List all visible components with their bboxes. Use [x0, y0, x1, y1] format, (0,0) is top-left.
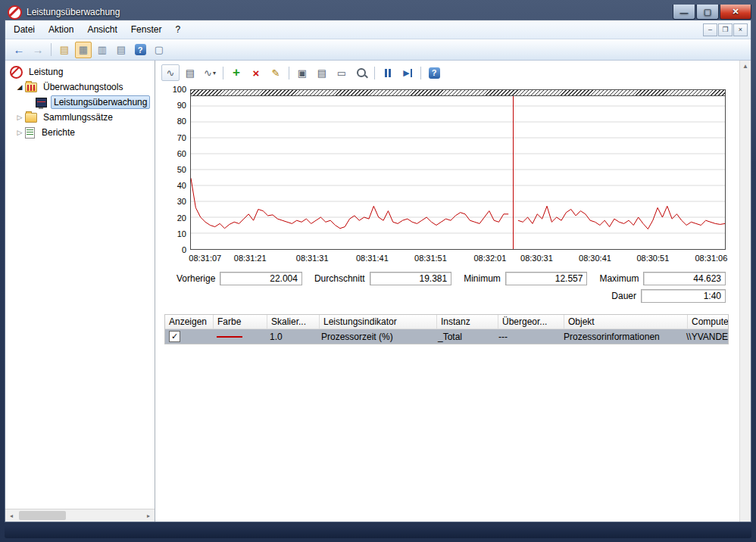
tree-collapsed-icon[interactable]: ▷ — [14, 114, 25, 121]
menu-hilfe[interactable]: ? — [168, 22, 187, 37]
add-counter-button[interactable]: + — [227, 64, 245, 81]
child-restore-button[interactable]: ❐ — [718, 23, 733, 36]
previous-value: 22.004 — [220, 272, 302, 285]
tree-item-leistung[interactable]: Leistung — [5, 64, 155, 79]
tree-item-ueberwachungstools[interactable]: ◢ Überwachungstools — [5, 79, 155, 95]
y-tick-label: 70 — [177, 133, 186, 142]
tree-collapsed-icon[interactable]: ▷ — [14, 129, 25, 136]
change-graph-type-button[interactable]: ∿▾ — [201, 64, 219, 81]
chart-plot-area[interactable] — [190, 89, 726, 250]
reports-icon — [25, 127, 35, 139]
highlight-button[interactable]: ✎ — [267, 64, 285, 81]
x-tick-label: 08:31:51 — [414, 254, 447, 263]
child-minimize-button[interactable]: – — [703, 23, 717, 36]
tree-horizontal-scrollbar[interactable]: ◂ ▸ — [5, 509, 155, 522]
x-tick-label: 08:31:41 — [356, 254, 389, 263]
toolbar-separator — [374, 67, 375, 79]
vertical-scrollbar[interactable]: ▲ — [739, 61, 751, 522]
average-value: 19.381 — [370, 272, 452, 285]
x-tick-label: 08:30:31 — [520, 254, 553, 263]
tree-item-label: Berichte — [39, 126, 77, 139]
paste-counter-list-button[interactable]: ▤ — [313, 64, 331, 81]
scroll-left-icon[interactable]: ◂ — [5, 509, 17, 522]
line-chart — [191, 90, 725, 249]
toolbar-separator — [289, 67, 289, 79]
menu-ansicht[interactable]: Ansicht — [80, 22, 123, 37]
col-anzeigen[interactable]: Anzeigen — [165, 315, 214, 329]
y-tick-label: 60 — [177, 149, 186, 158]
x-axis-labels: 08:31:0708:31:2108:31:3108:31:4108:31:51… — [190, 250, 726, 266]
help-button[interactable]: ? — [132, 42, 148, 58]
toolbar-separator — [223, 67, 223, 79]
view-current-activity-button[interactable]: ▤ — [181, 64, 199, 81]
menubar: Datei Aktion Ansicht Fenster ? – ❐ × — [5, 20, 751, 39]
col-leistungsindikator[interactable]: Leistungsindikator — [320, 315, 437, 329]
time-bar-hatch — [191, 90, 725, 96]
x-tick-label: 08:31:31 — [296, 254, 329, 263]
pause-icon — [385, 69, 387, 77]
new-window-button[interactable]: ▢ — [151, 42, 167, 58]
update-data-button[interactable]: ▶ — [398, 64, 417, 81]
x-tick-label: 08:31:21 — [234, 254, 267, 263]
graph-icon: ∿ — [204, 67, 212, 79]
y-tick-label: 0 — [182, 245, 186, 254]
y-tick-label: 50 — [177, 165, 186, 174]
back-button[interactable]: ← — [11, 42, 27, 58]
tree-item-sammlungssaetze[interactable]: ▷ Sammlungssätze — [5, 110, 155, 125]
child-close-button[interactable]: × — [733, 23, 748, 36]
y-tick-label: 90 — [177, 101, 186, 110]
zoom-button[interactable] — [352, 64, 370, 81]
col-computer[interactable]: Computer — [688, 315, 728, 329]
duration-value: 1:40 — [641, 289, 726, 303]
close-button[interactable]: ✕ — [720, 5, 751, 20]
print-button[interactable]: ▤ — [113, 42, 130, 58]
perfmon-app-icon — [8, 5, 22, 20]
counter-row[interactable]: ✓ 1.0 Prozessorzeit (%) _Total --- Proze… — [165, 329, 728, 344]
counter-list: Anzeigen Farbe Skalier... Leistungsindik… — [164, 314, 729, 344]
tree-expanded-icon[interactable]: ◢ — [14, 83, 25, 91]
col-farbe[interactable]: Farbe — [214, 315, 267, 329]
mmc-toolbar: ← → ▤ ▦ ▥ ▤ ? ▢ — [5, 39, 751, 61]
console-tree-toggle-button[interactable]: ▦ — [75, 42, 92, 58]
show-counter-checkbox[interactable]: ✓ — [169, 331, 180, 342]
counter-list-header: Anzeigen Farbe Skalier... Leistungsindik… — [165, 315, 728, 329]
tree-item-leistungsueberwachung[interactable]: Leistungsüberwachung — [5, 95, 155, 110]
menu-datei[interactable]: Datei — [7, 22, 42, 37]
col-objekt[interactable]: Objekt — [564, 315, 688, 329]
tree-item-label: Leistung — [27, 66, 65, 78]
delete-counter-button[interactable]: × — [247, 64, 265, 81]
clear-display-button[interactable]: ▭ — [333, 64, 351, 81]
properties-button[interactable]: ▥ — [94, 42, 111, 58]
menu-fenster[interactable]: Fenster — [124, 22, 169, 37]
tree-item-label: Sammlungssätze — [41, 111, 115, 123]
minimum-value: 12.557 — [505, 272, 588, 285]
toolbar-separator — [51, 43, 52, 56]
magnifier-icon — [357, 68, 366, 77]
chart-type-button[interactable]: ∿ — [161, 64, 180, 81]
performance-monitor-pane: ∿ ▤ ∿▾ + × ✎ ▣ ▤ ▭ ▶ ? — [155, 61, 739, 522]
col-uebergeordnet[interactable]: Übergeor... — [498, 315, 564, 329]
y-tick-label: 30 — [177, 197, 186, 206]
titlebar: Leistungsüberwachung — ▢ ✕ — [0, 0, 756, 22]
scrollbar-thumb[interactable] — [19, 511, 66, 520]
freeze-display-button[interactable] — [379, 64, 397, 81]
y-tick-label: 20 — [177, 213, 186, 223]
minimize-button[interactable]: — — [673, 5, 695, 20]
counter-object: Prozessorinformationen — [560, 329, 683, 344]
average-label: Durchschnitt — [314, 273, 365, 284]
perfmon-help-button[interactable]: ? — [425, 64, 443, 81]
copy-properties-button[interactable]: ▣ — [293, 64, 311, 81]
perfmon-icon — [10, 66, 23, 79]
scroll-up-icon[interactable]: ▲ — [740, 61, 751, 72]
tree-item-berichte[interactable]: ▷ Berichte — [5, 125, 155, 140]
x-tick-label: 08:31:06 — [695, 254, 727, 263]
export-list-button[interactable]: ▤ — [56, 42, 73, 58]
col-skalierung[interactable]: Skalier... — [267, 315, 320, 329]
scroll-right-icon[interactable]: ▸ — [142, 509, 155, 522]
col-instanz[interactable]: Instanz — [437, 315, 498, 329]
menu-aktion[interactable]: Aktion — [42, 22, 80, 37]
maximize-button[interactable]: ▢ — [696, 5, 719, 20]
x-tick-label: 08:30:51 — [636, 254, 669, 263]
window-title: Leistungsüberwachung — [27, 7, 120, 17]
forward-button[interactable]: → — [30, 42, 46, 58]
